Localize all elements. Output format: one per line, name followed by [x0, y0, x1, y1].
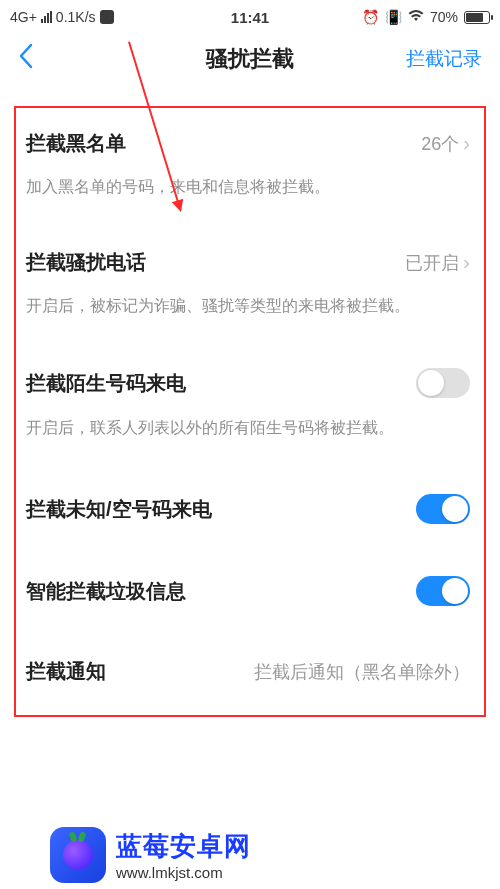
row-title: 智能拦截垃圾信息	[26, 578, 186, 605]
status-left: 4G+ 0.1K/s	[10, 9, 114, 25]
network-label: 4G+	[10, 9, 37, 25]
wechat-icon	[100, 10, 114, 24]
row-title: 拦截未知/空号码来电	[26, 496, 212, 523]
row-title: 拦截黑名单	[26, 130, 126, 157]
row-desc: 开启后，联系人列表以外的所有陌生号码将被拦截。	[16, 416, 484, 468]
row-blacklist[interactable]: 拦截黑名单 26个 ›	[16, 108, 484, 175]
row-value: 已开启 ›	[405, 251, 470, 275]
wifi-icon	[408, 9, 424, 25]
row-title: 拦截陌生号码来电	[26, 370, 186, 397]
row-spam-calls[interactable]: 拦截骚扰电话 已开启 ›	[16, 227, 484, 294]
page-title: 骚扰拦截	[206, 44, 294, 74]
vibrate-icon: 📳	[385, 9, 402, 25]
alarm-icon: ⏰	[362, 9, 379, 25]
row-empty-number: 拦截未知/空号码来电	[16, 468, 484, 550]
toggle-unknown-caller[interactable]	[416, 368, 470, 398]
row-value: 拦截后通知（黑名单除外）	[254, 660, 470, 684]
status-bar: 4G+ 0.1K/s 11:41 ⏰ 📳 70%	[0, 0, 500, 30]
status-right: ⏰ 📳 70%	[362, 9, 490, 25]
watermark-name: 蓝莓安卓网	[116, 829, 251, 864]
row-value: 26个 ›	[421, 132, 470, 156]
watermark: 蓝莓安卓网 www.lmkjst.com	[0, 821, 500, 889]
row-desc: 加入黑名单的号码，来电和信息将被拦截。	[16, 175, 484, 227]
toggle-smart-sms[interactable]	[416, 576, 470, 606]
row-desc: 开启后，被标记为诈骗、骚扰等类型的来电将被拦截。	[16, 294, 484, 346]
header: 骚扰拦截 拦截记录	[0, 30, 500, 88]
block-log-link[interactable]: 拦截记录	[406, 46, 482, 72]
battery-icon	[464, 11, 490, 24]
chevron-right-icon: ›	[463, 132, 470, 155]
watermark-logo-icon	[50, 827, 106, 883]
settings-list: 拦截黑名单 26个 › 加入黑名单的号码，来电和信息将被拦截。 拦截骚扰电话 已…	[14, 106, 486, 717]
back-button[interactable]	[18, 43, 34, 76]
watermark-text: 蓝莓安卓网 www.lmkjst.com	[116, 829, 251, 881]
toggle-empty-number[interactable]	[416, 494, 470, 524]
row-notify[interactable]: 拦截通知 拦截后通知（黑名单除外）	[16, 632, 484, 711]
chevron-right-icon: ›	[463, 251, 470, 274]
row-title: 拦截骚扰电话	[26, 249, 146, 276]
speed-label: 0.1K/s	[56, 9, 96, 25]
battery-pct: 70%	[430, 9, 458, 25]
watermark-url: www.lmkjst.com	[116, 864, 251, 881]
row-smart-sms: 智能拦截垃圾信息	[16, 550, 484, 632]
signal-icon	[41, 11, 52, 23]
row-title: 拦截通知	[26, 658, 106, 685]
clock: 11:41	[231, 9, 269, 26]
row-unknown-caller: 拦截陌生号码来电	[16, 346, 484, 416]
